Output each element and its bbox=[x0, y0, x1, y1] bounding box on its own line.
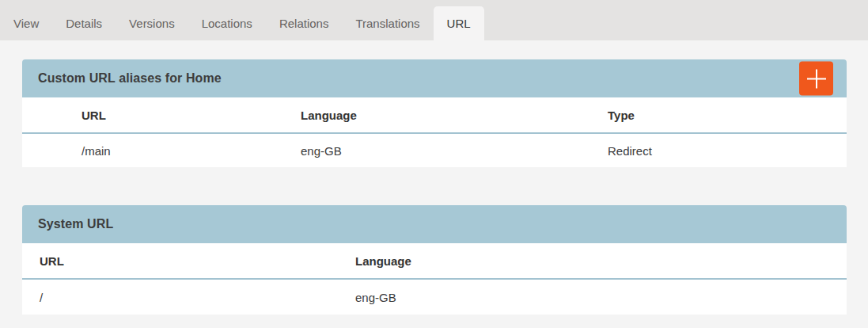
system-language-column-header: Language bbox=[355, 243, 847, 279]
system-table-row: / eng-GB bbox=[22, 279, 847, 315]
system-url-header: System URL bbox=[22, 205, 847, 243]
aliases-table-header-row: URL Language Type bbox=[22, 97, 847, 133]
tab-bar: View Details Versions Locations Relation… bbox=[0, 0, 868, 40]
custom-url-aliases-panel: Custom URL aliases for Home URL Language… bbox=[22, 59, 847, 167]
custom-url-aliases-table: URL Language Type /main eng-GB Redirect bbox=[22, 97, 847, 167]
system-url-panel: System URL URL Language / eng-GB bbox=[22, 205, 847, 315]
add-url-alias-button[interactable] bbox=[799, 62, 833, 96]
alias-type-cell: Redirect bbox=[608, 133, 847, 167]
system-table-header-row: URL Language bbox=[22, 243, 847, 279]
system-url-table: URL Language / eng-GB bbox=[22, 243, 847, 315]
url-tab-content: Custom URL aliases for Home URL Language… bbox=[0, 40, 868, 315]
system-url-cell: / bbox=[22, 279, 355, 315]
tab-translations[interactable]: Translations bbox=[342, 6, 433, 40]
tab-details[interactable]: Details bbox=[52, 6, 116, 40]
aliases-checkbox-column-header bbox=[22, 97, 81, 133]
custom-url-aliases-title: Custom URL aliases for Home bbox=[38, 71, 222, 86]
system-url-title: System URL bbox=[38, 217, 113, 231]
aliases-language-column-header: Language bbox=[301, 97, 608, 133]
system-url-column-header: URL bbox=[22, 243, 355, 279]
tab-view[interactable]: View bbox=[0, 6, 52, 40]
aliases-type-column-header: Type bbox=[608, 97, 847, 133]
tab-relations[interactable]: Relations bbox=[266, 6, 343, 40]
alias-url-cell: /main bbox=[81, 133, 301, 167]
plus-icon bbox=[806, 68, 827, 89]
tab-versions[interactable]: Versions bbox=[116, 6, 188, 40]
alias-table-row: /main eng-GB Redirect bbox=[22, 133, 847, 167]
tab-locations[interactable]: Locations bbox=[188, 6, 266, 40]
custom-url-aliases-header: Custom URL aliases for Home bbox=[22, 59, 847, 97]
alias-row-spacer-cell bbox=[22, 133, 81, 167]
tab-url[interactable]: URL bbox=[434, 6, 484, 40]
system-language-cell: eng-GB bbox=[355, 279, 847, 315]
alias-language-cell: eng-GB bbox=[301, 133, 608, 167]
aliases-url-column-header: URL bbox=[81, 97, 301, 133]
